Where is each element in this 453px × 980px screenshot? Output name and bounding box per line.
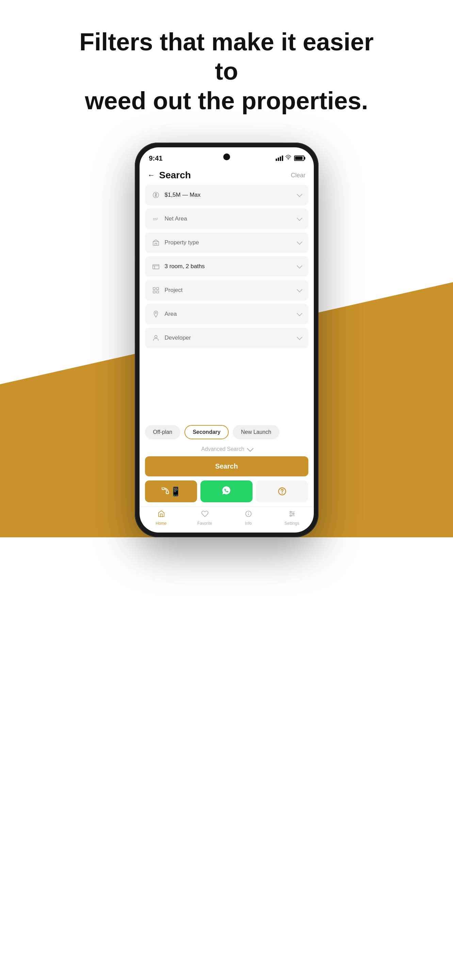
svg-point-0 bbox=[288, 159, 288, 159]
filter-net-area-label: Net Area bbox=[165, 215, 296, 222]
advanced-search-label: Advanced Search bbox=[201, 446, 244, 452]
chevron-down-icon bbox=[296, 215, 302, 222]
svg-rect-3 bbox=[153, 242, 159, 245]
tag-secondary[interactable]: Secondary bbox=[184, 425, 229, 439]
filter-price-label: $1,5M — Max bbox=[165, 192, 296, 198]
filter-property-type[interactable]: Property type bbox=[145, 232, 308, 253]
area-icon: m² bbox=[151, 214, 161, 224]
tag-off-plan[interactable]: Off-plan bbox=[145, 425, 181, 439]
chevron-down-icon bbox=[296, 311, 302, 318]
svg-rect-11 bbox=[153, 291, 155, 293]
filter-price[interactable]: $1,5M — Max bbox=[145, 185, 308, 205]
svg-point-16 bbox=[282, 493, 282, 493]
filter-area[interactable]: Area bbox=[145, 304, 308, 324]
svg-point-23 bbox=[290, 511, 291, 513]
filter-project[interactable]: Project bbox=[145, 280, 308, 301]
property-icon bbox=[151, 238, 161, 247]
filter-developer-label: Developer bbox=[165, 334, 296, 341]
search-button[interactable]: Search bbox=[145, 456, 308, 476]
nav-label-settings: Settings bbox=[285, 521, 299, 526]
wifi-icon bbox=[285, 154, 291, 162]
nav-item-info[interactable]: Info bbox=[227, 510, 270, 526]
dollar-circle-icon bbox=[151, 190, 161, 200]
phone-frame: 9:41 bbox=[135, 143, 319, 537]
advanced-search-row[interactable]: Advanced Search bbox=[140, 443, 314, 456]
svg-point-24 bbox=[292, 513, 294, 514]
settings-icon bbox=[288, 510, 296, 520]
home-icon bbox=[157, 510, 165, 520]
chevron-down-icon bbox=[296, 334, 302, 341]
filter-rooms-label: 3 room, 2 baths bbox=[165, 263, 296, 270]
chevron-down-icon bbox=[296, 287, 302, 294]
svg-text:m²: m² bbox=[153, 217, 157, 221]
phone-inner: 9:41 bbox=[140, 147, 314, 533]
header-left: ← Search bbox=[148, 170, 191, 181]
status-time: 9:41 bbox=[149, 154, 163, 162]
nav-item-settings[interactable]: Settings bbox=[270, 510, 314, 526]
status-bar: 9:41 bbox=[140, 147, 314, 164]
tag-new-launch[interactable]: New Launch bbox=[233, 425, 280, 439]
nav-label-home: Home bbox=[156, 521, 167, 526]
bottom-nav: Home Favorite bbox=[140, 506, 314, 533]
info-icon bbox=[245, 510, 252, 520]
page-wrapper: Filters that make it easier to weed out … bbox=[0, 0, 453, 537]
battery-icon bbox=[294, 156, 304, 161]
screen-title: Search bbox=[159, 170, 191, 181]
page-headline: Filters that make it easier to weed out … bbox=[73, 27, 380, 115]
filter-property-type-label: Property type bbox=[165, 239, 296, 246]
status-icons bbox=[276, 154, 304, 162]
heart-icon bbox=[201, 510, 209, 520]
filters-scroll: $1,5M — Max m² Net Area bbox=[140, 185, 314, 421]
nav-item-favorite[interactable]: Favorite bbox=[183, 510, 227, 526]
signal-icon bbox=[276, 156, 283, 161]
filter-net-area[interactable]: m² Net Area bbox=[145, 208, 308, 229]
screen-header: ← Search Clear bbox=[140, 164, 314, 185]
back-button[interactable]: ← bbox=[148, 171, 155, 180]
filter-rooms[interactable]: 3 room, 2 baths bbox=[145, 256, 308, 277]
nav-label-info: Info bbox=[245, 521, 251, 526]
chevron-down-icon bbox=[296, 263, 302, 270]
headline-line2: weed out the properties. bbox=[85, 87, 368, 115]
svg-rect-12 bbox=[156, 291, 158, 293]
svg-rect-9 bbox=[153, 288, 155, 290]
svg-rect-7 bbox=[153, 265, 159, 269]
headline-line1: Filters that make it easier to bbox=[79, 28, 374, 85]
developer-icon bbox=[151, 333, 161, 343]
whatsapp-button[interactable] bbox=[200, 480, 253, 502]
filter-project-label: Project bbox=[165, 287, 296, 294]
phone-button[interactable]: 📱 bbox=[145, 480, 197, 502]
chevron-down-icon bbox=[296, 239, 302, 246]
project-icon bbox=[151, 285, 161, 295]
location-icon bbox=[151, 309, 161, 319]
filter-area-label: Area bbox=[165, 311, 296, 318]
filter-developer[interactable]: Developer bbox=[145, 328, 308, 348]
question-button[interactable] bbox=[256, 480, 308, 502]
advanced-search-chevron-icon bbox=[247, 445, 254, 452]
tags-row: Off-plan Secondary New Launch bbox=[140, 421, 314, 443]
camera-notch bbox=[223, 153, 230, 160]
svg-point-13 bbox=[155, 312, 157, 314]
svg-point-14 bbox=[154, 336, 157, 338]
svg-point-25 bbox=[290, 515, 291, 517]
nav-label-favorite: Favorite bbox=[197, 521, 212, 526]
nav-item-home[interactable]: Home bbox=[140, 510, 183, 526]
rooms-icon bbox=[151, 262, 161, 271]
chevron-down-icon bbox=[296, 192, 302, 198]
svg-rect-10 bbox=[156, 288, 158, 290]
action-buttons-row: 📱 bbox=[140, 480, 314, 506]
phone-section: 9:41 bbox=[0, 143, 453, 537]
clear-button[interactable]: Clear bbox=[291, 172, 305, 179]
